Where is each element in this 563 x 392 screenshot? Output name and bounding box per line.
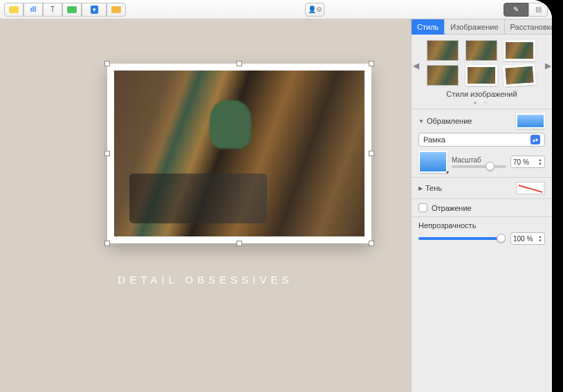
format-icon: ✎ [513, 6, 519, 13]
resize-handle-tr[interactable] [369, 61, 374, 66]
shadow-heading[interactable]: ▶ Тень [418, 182, 545, 194]
image-styles-panel: ◀ ▶ Стили изображений ● ○ [412, 35, 552, 109]
media-icon: ▾ [91, 6, 98, 14]
style-thumb-2[interactable] [465, 40, 497, 61]
reflection-section: Отражение [412, 198, 552, 216]
opacity-value: 100 % [513, 235, 533, 243]
opacity-stepper[interactable]: 100 % ▲▼ [510, 232, 545, 245]
style-thumb-5[interactable] [465, 65, 497, 86]
resize-handle-r[interactable] [369, 151, 374, 156]
style-thumb-1[interactable] [427, 40, 459, 61]
comment-icon [111, 6, 121, 13]
border-preview [516, 113, 545, 129]
image-content [114, 71, 364, 236]
reflection-label: Отражение [432, 204, 472, 212]
disclosure-down-icon: ▼ [418, 118, 424, 124]
opacity-label: Непрозрачность [418, 221, 545, 230]
shadow-heading-label: Тень [425, 184, 442, 192]
opacity-section: Непрозрачность 100 % ▲▼ [412, 216, 552, 249]
resize-handle-b[interactable] [237, 241, 242, 246]
collab-icon: 👤⚙ [308, 6, 322, 13]
media-button[interactable]: ▾ [82, 3, 107, 17]
shadow-preview [516, 182, 545, 194]
resize-handle-bl[interactable] [104, 241, 110, 246]
tab-arrange[interactable]: Расстановка [505, 19, 552, 35]
shape-icon [67, 6, 77, 13]
sidebar-tabs: Стиль Изображение Расстановка [412, 19, 552, 35]
resize-handle-l[interactable] [104, 151, 110, 156]
style-thumb-3[interactable] [504, 40, 535, 61]
slide-canvas[interactable]: DETAIL OBSESSIVES [0, 19, 411, 392]
main-toolbar: ıll T ▾ 👤⚙ ✎ ▤ [0, 0, 552, 19]
shadow-section: ▶ Тень [412, 177, 552, 198]
disclosure-right-icon: ▶ [418, 185, 423, 192]
styles-label: Стили изображений [417, 90, 546, 98]
border-heading[interactable]: ▼ Обрамление [418, 113, 545, 129]
format-sidebar: Стиль Изображение Расстановка ◀ ▶ Стили … [411, 19, 552, 392]
chart-icon: ıll [30, 6, 36, 13]
scale-slider-knob[interactable] [486, 162, 495, 171]
stepper-arrows-icon[interactable]: ▲▼ [538, 234, 542, 243]
scale-label: Масштаб [452, 156, 506, 164]
format-button[interactable]: ✎ [504, 3, 528, 17]
scale-slider[interactable] [452, 165, 506, 168]
reflection-checkbox[interactable] [418, 203, 427, 212]
table-button[interactable] [4, 3, 24, 17]
scale-value: 70 % [513, 158, 529, 166]
style-thumb-4[interactable] [427, 65, 459, 86]
selected-image[interactable] [107, 64, 371, 243]
text-icon: T [50, 6, 55, 13]
scale-stepper[interactable]: 70 % ▲▼ [510, 156, 545, 168]
styles-page-dots[interactable]: ● ○ [417, 100, 546, 106]
slide-caption[interactable]: DETAIL OBSESSIVES [0, 274, 411, 286]
styles-prev[interactable]: ◀ [412, 61, 420, 71]
comment-button[interactable] [107, 3, 126, 17]
table-icon [9, 6, 19, 13]
frame-style-picker[interactable] [418, 151, 447, 173]
resize-handle-t[interactable] [237, 61, 242, 66]
styles-next[interactable]: ▶ [544, 61, 552, 71]
border-section: ▼ Обрамление Рамка ▴▾ Масштаб [412, 109, 552, 177]
chart-button[interactable]: ıll [24, 3, 43, 17]
stepper-arrows-icon[interactable]: ▲▼ [538, 158, 542, 166]
text-button[interactable]: T [43, 3, 62, 17]
tab-image[interactable]: Изображение [445, 19, 504, 35]
frame-type-value: Рамка [423, 136, 445, 144]
document-icon: ▤ [535, 6, 542, 13]
collaborate-button[interactable]: 👤⚙ [305, 3, 324, 17]
tab-style[interactable]: Стиль [412, 19, 445, 35]
shape-button[interactable] [62, 3, 82, 17]
border-heading-label: Обрамление [427, 117, 472, 125]
resize-handle-tl[interactable] [104, 61, 110, 66]
opacity-slider-knob[interactable] [497, 234, 506, 243]
dropdown-arrow-icon: ▴▾ [530, 135, 540, 144]
resize-handle-br[interactable] [369, 241, 374, 246]
style-thumb-6[interactable] [503, 64, 536, 86]
frame-type-dropdown[interactable]: Рамка ▴▾ [418, 133, 545, 147]
document-button[interactable]: ▤ [528, 3, 548, 17]
opacity-slider[interactable] [418, 237, 505, 240]
